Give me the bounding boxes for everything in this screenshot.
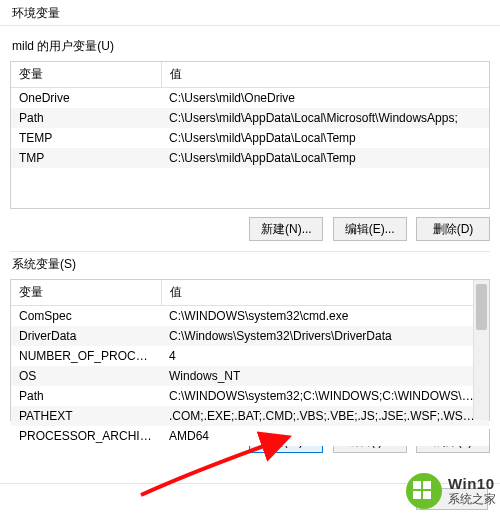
user-variables-group: mild 的用户变量(U) 变量 值 OneDrive xyxy=(10,38,490,241)
svg-rect-3 xyxy=(413,491,421,499)
user-variables-label: mild 的用户变量(U) xyxy=(12,38,490,55)
watermark-text: Win10 系统之家 xyxy=(448,475,496,506)
dialog-title-bar: 环境变量 xyxy=(0,0,500,26)
dialog-title: 环境变量 xyxy=(12,6,60,20)
user-delete-button[interactable]: 删除(D) xyxy=(416,217,490,241)
table-row[interactable]: PATHEXT .COM;.EXE;.BAT;.CMD;.VBS;.VBE;.J… xyxy=(11,406,489,426)
table-row[interactable]: PROCESSOR_ARCHITECTURE AMD64 xyxy=(11,426,489,446)
table-row[interactable]: Path C:\WINDOWS\system32;C:\WINDOWS;C:\W… xyxy=(11,386,489,406)
user-col-name[interactable]: 变量 xyxy=(11,62,161,88)
svg-rect-1 xyxy=(413,481,421,489)
user-variables-list[interactable]: 变量 值 OneDrive C:\Users\mild\OneDrive Pat… xyxy=(10,61,490,209)
table-row[interactable]: ComSpec C:\WINDOWS\system32\cmd.exe xyxy=(11,306,489,327)
system-variables-table: 变量 值 ComSpec C:\WINDOWS\system32\cmd.exe… xyxy=(11,280,489,446)
sys-col-name[interactable]: 变量 xyxy=(11,280,161,306)
table-row[interactable]: NUMBER_OF_PROCESSORS 4 xyxy=(11,346,489,366)
group-divider xyxy=(10,251,490,252)
env-vars-dialog: 环境变量 mild 的用户变量(U) 变量 值 xyxy=(0,0,500,513)
user-edit-button[interactable]: 编辑(E)... xyxy=(333,217,407,241)
user-new-button[interactable]: 新建(N)... xyxy=(249,217,323,241)
table-row[interactable]: Path C:\Users\mild\AppData\Local\Microso… xyxy=(11,108,489,128)
system-variables-list[interactable]: 变量 值 ComSpec C:\WINDOWS\system32\cmd.exe… xyxy=(10,279,490,421)
watermark-sub: 系统之家 xyxy=(448,493,496,507)
dialog-content: mild 的用户变量(U) 变量 值 OneDrive xyxy=(0,26,500,453)
user-variables-table: 变量 值 OneDrive C:\Users\mild\OneDrive Pat… xyxy=(11,62,489,168)
table-row[interactable]: DriverData C:\Windows\System32\Drivers\D… xyxy=(11,326,489,346)
watermark-logo-icon xyxy=(404,471,444,511)
watermark: Win10 系统之家 xyxy=(404,471,496,511)
table-row[interactable]: OS Windows_NT xyxy=(11,366,489,386)
system-variables-group: 系统变量(S) 变量 值 ComSpec xyxy=(10,256,490,453)
table-row[interactable]: TMP C:\Users\mild\AppData\Local\Temp xyxy=(11,148,489,168)
svg-rect-2 xyxy=(423,481,431,489)
watermark-main: Win10 xyxy=(448,475,496,492)
table-row[interactable]: OneDrive C:\Users\mild\OneDrive xyxy=(11,88,489,109)
svg-rect-4 xyxy=(423,491,431,499)
system-list-scrollbar[interactable] xyxy=(473,280,489,420)
system-variables-label: 系统变量(S) xyxy=(12,256,490,273)
sys-col-value[interactable]: 值 xyxy=(161,280,489,306)
scrollbar-thumb[interactable] xyxy=(476,284,487,330)
user-col-value[interactable]: 值 xyxy=(161,62,489,88)
table-row[interactable]: TEMP C:\Users\mild\AppData\Local\Temp xyxy=(11,128,489,148)
user-buttons-row: 新建(N)... 编辑(E)... 删除(D) xyxy=(10,217,490,241)
